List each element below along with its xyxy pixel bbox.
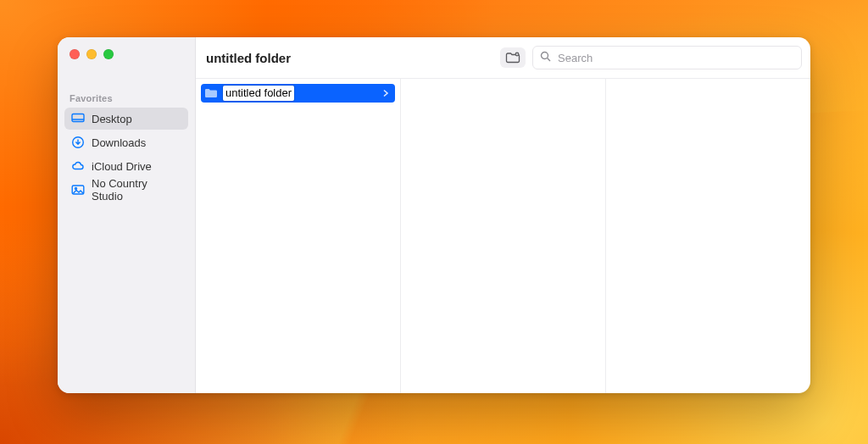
column-browser: untitled folder bbox=[196, 78, 810, 393]
sidebar-item-desktop[interactable]: Desktop bbox=[64, 108, 188, 130]
column-1[interactable]: untitled folder bbox=[196, 79, 401, 393]
zoom-window-button[interactable] bbox=[103, 49, 114, 59]
search-input[interactable] bbox=[556, 51, 794, 65]
svg-line-7 bbox=[548, 58, 550, 61]
desktop-icon bbox=[71, 112, 85, 125]
search-field[interactable] bbox=[532, 46, 802, 69]
content-area: untitled folder bbox=[196, 37, 810, 393]
toolbar: untitled folder bbox=[196, 37, 810, 78]
window-title: untitled folder bbox=[206, 51, 291, 65]
sidebar-item-no-country-studio[interactable]: No Country Studio bbox=[64, 179, 188, 201]
window-controls bbox=[58, 37, 195, 81]
chevron-right-icon bbox=[381, 89, 390, 97]
new-folder-button[interactable] bbox=[500, 47, 526, 68]
svg-point-6 bbox=[542, 53, 548, 59]
svg-rect-0 bbox=[72, 114, 84, 122]
column-3[interactable] bbox=[606, 79, 810, 393]
sidebar: Favorites Desktop Downloads bbox=[58, 37, 196, 393]
folder-icon bbox=[204, 87, 218, 99]
minimize-window-button[interactable] bbox=[86, 49, 97, 59]
sidebar-item-label: iCloud Drive bbox=[92, 160, 152, 173]
cloud-icon bbox=[71, 159, 85, 173]
file-row-untitled-folder[interactable]: untitled folder bbox=[201, 84, 395, 103]
sidebar-item-icloud-drive[interactable]: iCloud Drive bbox=[64, 155, 188, 177]
downloads-icon bbox=[71, 136, 85, 149]
sidebar-item-label: Desktop bbox=[92, 113, 132, 125]
rename-input[interactable]: untitled folder bbox=[223, 86, 294, 101]
sidebar-section-favorites-label: Favorites bbox=[58, 81, 195, 107]
column-2[interactable] bbox=[401, 79, 606, 393]
close-window-button[interactable] bbox=[70, 49, 80, 59]
search-icon bbox=[540, 50, 551, 65]
sidebar-item-label: Downloads bbox=[92, 136, 146, 149]
finder-window: Favorites Desktop Downloads bbox=[58, 37, 810, 393]
svg-point-4 bbox=[75, 188, 77, 190]
sidebar-item-label: No Country Studio bbox=[92, 177, 181, 203]
photos-folder-icon bbox=[71, 183, 85, 197]
sidebar-item-downloads[interactable]: Downloads bbox=[64, 131, 188, 153]
